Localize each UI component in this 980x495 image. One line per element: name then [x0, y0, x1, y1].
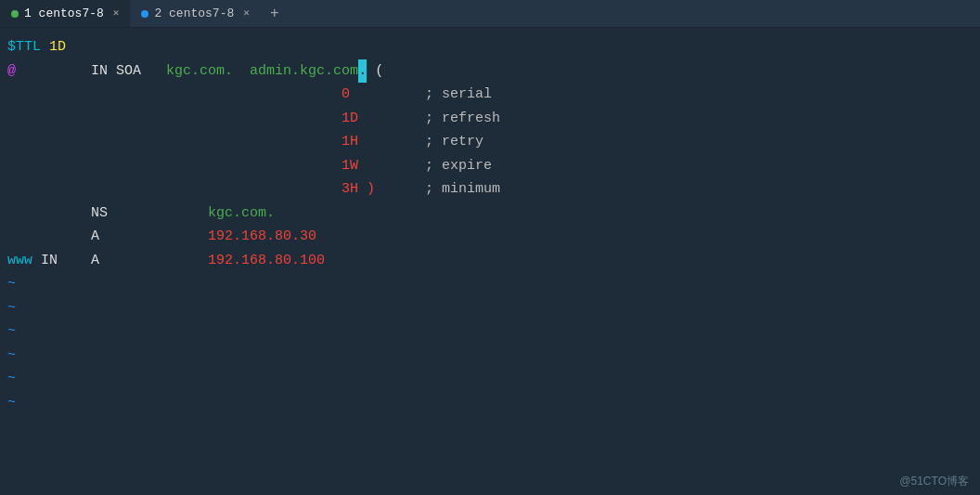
line-3: 0 ; serial [0, 83, 980, 107]
watermark: @51CTO博客 [899, 474, 969, 489]
tab-2-close[interactable]: ✕ [243, 8, 250, 19]
tab-2-dot [141, 10, 148, 18]
ttl-directive: $TTL [7, 35, 41, 59]
tilde-1: ~ [0, 272, 980, 296]
tilde-3: ~ [0, 319, 980, 344]
line-1: $TTL 1D [0, 35, 980, 59]
tab-2[interactable]: 2 centos7-8 ✕ [130, 0, 260, 27]
line-5: 1H ; retry [0, 130, 980, 154]
tab-1[interactable]: 1 centos7-8 ✕ [0, 0, 130, 27]
line-7: 3H ) ; minimum [0, 177, 980, 202]
tab-1-close[interactable]: ✕ [113, 8, 120, 19]
line-6: 1W ; expire [0, 154, 980, 178]
tab-bar: 1 centos7-8 ✕ 2 centos7-8 ✕ + [0, 0, 980, 28]
line-2: @ IN SOA kgc.com. admin.kgc.com. ( [0, 59, 980, 84]
new-tab-button[interactable]: + [261, 0, 289, 27]
line-10: www IN A 192.168.80.100 [0, 249, 980, 273]
cursor: . [358, 59, 367, 84]
tilde-5: ~ [0, 367, 980, 391]
line-8: NS kgc.com. [0, 202, 980, 226]
line-9: A 192.168.80.30 [0, 225, 980, 249]
tilde-2: ~ [0, 296, 980, 320]
editor-area: $TTL 1D @ IN SOA kgc.com. admin.kgc.com.… [0, 28, 980, 495]
tilde-4: ~ [0, 344, 980, 368]
line-4: 1D ; refresh [0, 107, 980, 131]
tab-1-label: 1 centos7-8 [24, 7, 104, 20]
tab-2-label: 2 centos7-8 [154, 7, 234, 20]
tilde-6: ~ [0, 391, 980, 415]
tab-1-dot [11, 10, 19, 18]
